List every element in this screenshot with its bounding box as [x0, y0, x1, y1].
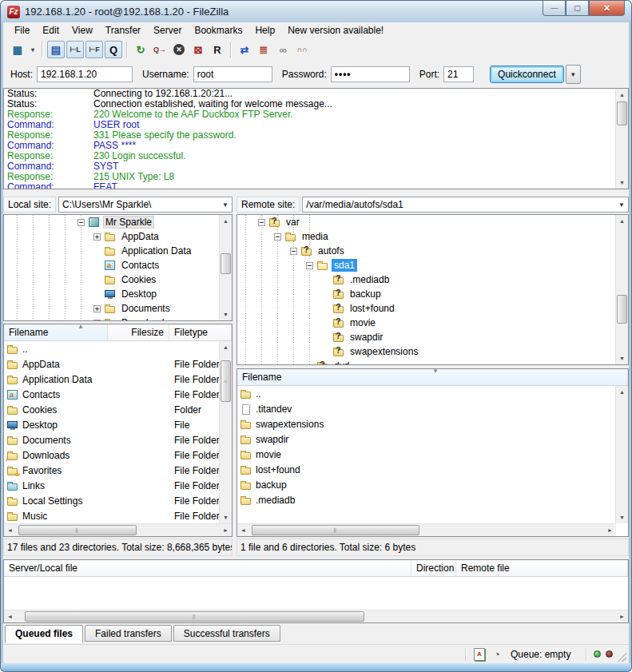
scrollbar-thumb[interactable]: 𝍪	[252, 525, 419, 535]
menu-item-bookmarks[interactable]: Bookmarks	[188, 23, 248, 38]
tab-queued-files[interactable]: Queued files	[5, 625, 83, 643]
reconnect-button[interactable]: R	[209, 41, 226, 58]
menu-item-transfer[interactable]: Transfer	[99, 23, 147, 38]
chevron-down-icon[interactable]: ▼	[219, 201, 232, 209]
tree-item-documents[interactable]: +Documents	[4, 301, 220, 316]
port-input[interactable]	[443, 66, 474, 82]
scroll-left-icon[interactable]: ◄	[4, 524, 16, 536]
file-row-favorites[interactable]: ★FavoritesFile Folder	[4, 463, 220, 478]
scrollbar-thumb[interactable]: 𝍪	[18, 525, 137, 535]
file-row-cookies[interactable]: CookiesFolder	[4, 402, 220, 417]
column-header-filesize[interactable]: Filesize	[108, 324, 169, 340]
file-row-music[interactable]: MusicFile Folder	[4, 508, 220, 523]
tree-item-media[interactable]: −media	[237, 229, 616, 244]
directory-comparison-button[interactable]: ≣	[255, 41, 272, 58]
tree-expander-plus[interactable]: +	[93, 320, 101, 321]
speed-limits-icon[interactable]: ◔	[490, 648, 504, 661]
column-header-remote-file[interactable]: Remote file	[456, 560, 628, 576]
minimize-button[interactable]: —	[543, 1, 566, 16]
process-queue-button[interactable]: Q→	[151, 41, 169, 58]
scrollbar-thumb[interactable]	[221, 253, 231, 274]
tree-item-swapextensions[interactable]: ?swapextensions	[237, 344, 616, 359]
close-button[interactable]: ✕	[589, 1, 625, 16]
toggle-message-log-button[interactable]: ▤	[47, 41, 65, 58]
local-list-scrollbar-vertical[interactable]: ▲ ≡ ▼	[219, 341, 232, 523]
tree-item-contacts[interactable]: Contacts	[4, 258, 220, 272]
tree-expander-minus[interactable]: −	[258, 219, 265, 226]
password-input[interactable]	[331, 66, 410, 82]
synchronized-transfer-button[interactable]: ⇄	[236, 41, 253, 58]
file-row-[interactable]: ..	[4, 341, 220, 356]
tree-item-mediadb[interactable]: ?.mediadb	[237, 272, 616, 287]
tree-item-autofs[interactable]: −?autofs	[237, 244, 616, 258]
message-log-scrollbar[interactable]: ▲ ▼	[615, 89, 628, 189]
remote-site-input[interactable]	[303, 199, 615, 210]
file-row-downloads[interactable]: ↓DownloadsFile Folder	[4, 447, 220, 463]
file-row-documents[interactable]: DocumentsFile Folder	[4, 432, 220, 447]
site-manager-button[interactable]: ▦	[9, 41, 26, 58]
column-header-server-local-file[interactable]: Server/Local file	[4, 560, 411, 576]
scrollbar-thumb[interactable]	[617, 101, 627, 125]
scroll-up-icon[interactable]: ▲	[220, 341, 232, 353]
quickconnect-dropdown-button[interactable]: ▼	[566, 65, 581, 84]
synchronized-browsing-button[interactable]: ∞	[274, 41, 292, 58]
scroll-up-icon[interactable]: ▲	[616, 215, 628, 227]
transfer-type-icon[interactable]: A	[472, 648, 487, 661]
tree-item-sda1[interactable]: −sda1	[237, 258, 616, 272]
scroll-up-icon[interactable]: ▲	[616, 89, 628, 101]
scroll-left-icon[interactable]: ◄	[4, 610, 16, 622]
tree-expander-minus[interactable]: −	[306, 262, 313, 269]
scroll-down-icon[interactable]: ▼	[220, 308, 232, 320]
tree-item-dvd[interactable]: ?dvd	[237, 359, 616, 364]
toggle-remote-tree-button[interactable]: ⊢F	[85, 41, 103, 58]
file-row-local-settings[interactable]: Local SettingsFile Folder	[4, 493, 220, 508]
tree-item-var[interactable]: −?var	[237, 215, 616, 229]
scroll-up-icon[interactable]: ▲	[616, 386, 628, 398]
tree-item-swapdir[interactable]: ?swapdir	[237, 330, 616, 344]
scrollbar-thumb[interactable]: ≡	[221, 360, 231, 402]
scroll-up-icon[interactable]: ▲	[220, 215, 232, 227]
menu-item-edit[interactable]: Edit	[36, 23, 66, 38]
file-row-contacts[interactable]: ContactsFile Folder	[4, 387, 220, 402]
resize-grip[interactable]	[616, 651, 626, 662]
file-row-appdata[interactable]: AppDataFile Folder	[4, 356, 220, 372]
scroll-down-icon[interactable]: ▼	[616, 177, 628, 189]
file-row-mediadb[interactable]: .mediadb	[237, 492, 616, 507]
menu-item-view[interactable]: View	[66, 23, 99, 38]
tree-item-application-data[interactable]: Application Data	[4, 244, 220, 258]
column-header-filetype[interactable]: Filetype	[169, 324, 232, 340]
disconnect-button[interactable]: ⊠	[189, 41, 207, 58]
remote-list-scrollbar-vertical[interactable]: ▲ ▼	[615, 386, 628, 523]
menu-item-new-version-available[interactable]: New version available!	[281, 23, 390, 38]
scroll-down-icon[interactable]: ▼	[616, 352, 628, 364]
file-row-application-data[interactable]: Application DataFile Folder	[4, 372, 220, 387]
tab-failed-transfers[interactable]: Failed transfers	[85, 625, 172, 642]
file-search-button[interactable]: ∩∩	[293, 41, 311, 58]
refresh-button[interactable]: ↻	[132, 41, 149, 58]
scroll-left-icon[interactable]: ◄	[237, 524, 249, 536]
host-input[interactable]	[37, 66, 133, 82]
file-row-lost-found[interactable]: lost+found	[237, 462, 616, 477]
scroll-right-icon[interactable]: ►	[220, 524, 232, 536]
tree-item-appdata[interactable]: +AppData	[4, 229, 220, 244]
column-header-filename[interactable]: ▼Filename	[237, 369, 628, 385]
remote-tree-scrollbar[interactable]: ▲ ▼	[615, 215, 628, 364]
menu-item-help[interactable]: Help	[248, 23, 281, 38]
tree-item-backup[interactable]: ?backup	[237, 287, 616, 301]
scroll-down-icon[interactable]: ▼	[616, 511, 628, 523]
file-row-swapextensions[interactable]: swapextensions	[237, 416, 616, 431]
tree-expander-plus[interactable]: +	[93, 305, 101, 312]
menu-item-file[interactable]: File	[8, 23, 36, 38]
file-row-backup[interactable]: backup	[237, 477, 616, 492]
scroll-right-icon[interactable]: ►	[616, 610, 628, 622]
tree-expander-plus[interactable]: +	[93, 233, 101, 241]
tree-expander-minus[interactable]: −	[274, 233, 281, 241]
file-row-movie[interactable]: movie	[237, 447, 616, 462]
tab-successful-transfers[interactable]: Successful transfers	[173, 625, 280, 642]
queue-scrollbar-horizontal[interactable]: ◄ 𝍪 ►	[4, 610, 628, 622]
scrollbar-thumb[interactable]: 𝍪	[25, 611, 364, 622]
tree-item-downloads[interactable]: +↓Downloads	[4, 316, 220, 320]
local-site-combobox[interactable]: ▼	[58, 197, 233, 213]
scroll-right-icon[interactable]: ►	[604, 524, 616, 536]
tree-item-movie[interactable]: ?movie	[237, 316, 616, 330]
